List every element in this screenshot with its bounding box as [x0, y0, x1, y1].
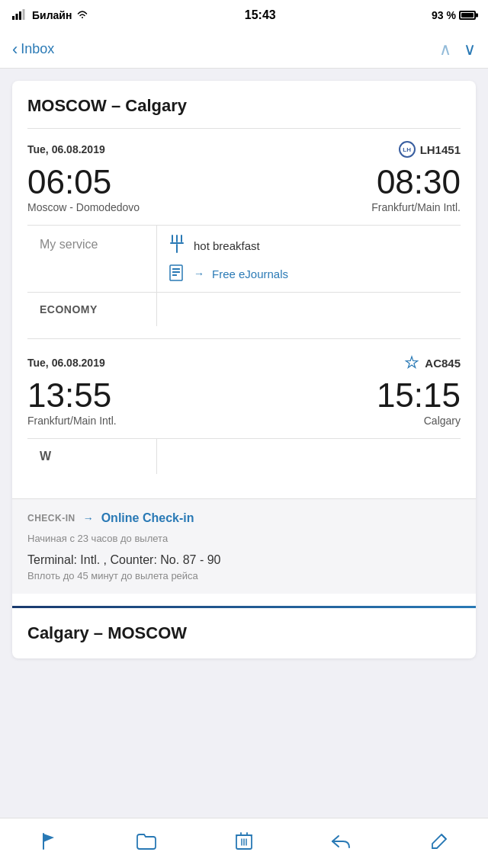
star-alliance-logo — [403, 354, 420, 371]
flight1-times-row: 06:05 Moscow - Domodedovo 08:30 Frankfur… — [27, 165, 461, 214]
flight2-times-row: 13:55 Frankfurt/Main Intl. 15:15 Calgary — [27, 379, 461, 428]
flight2-arrive-time: 15:15 — [377, 379, 461, 412]
checkin-link[interactable]: Online Check-in — [101, 511, 194, 525]
economy-label: ECONOMY — [27, 293, 157, 326]
route2-section: Calgary – MOSCOW — [12, 608, 476, 658]
checkin-note2: Вплоть до 45 минут до вылета рейса — [27, 570, 461, 581]
checkin-note1: Начиная с 23 часов до вылета — [27, 533, 461, 544]
battery-area: 93 % — [432, 9, 476, 21]
meal-item: hot breakfast — [168, 235, 450, 257]
lufthansa-logo: LH — [399, 141, 416, 158]
service-content: hot breakfast → Free eJournals — [157, 226, 461, 292]
flight1-block: Tue, 06.08.2019 LH LH1451 06:05 Moscow -… — [12, 129, 476, 326]
checkin-arrow-icon: → — [83, 512, 94, 524]
checkin-terminal: Terminal: Intl. , Counter: No. 87 - 90 — [27, 553, 461, 567]
flight2-depart: 13:55 Frankfurt/Main Intl. — [27, 379, 117, 428]
route2-title: Calgary – MOSCOW — [27, 623, 461, 643]
email-card: MOSCOW – Calgary Tue, 06.08.2019 LH LH14… — [12, 81, 476, 658]
svg-rect-5 — [176, 235, 178, 242]
back-label: Inbox — [21, 41, 54, 57]
flight1-depart: 06:05 Moscow - Domodedovo — [27, 165, 140, 214]
journal-icon — [168, 264, 186, 283]
svg-rect-4 — [172, 235, 173, 242]
svg-rect-8 — [176, 244, 178, 253]
flight1-number-area: LH LH1451 — [399, 141, 461, 158]
spacer1 — [12, 326, 476, 338]
w-label: W — [27, 439, 157, 474]
economy-row: ECONOMY — [27, 292, 461, 326]
checkin-label: CHECK-IN — [27, 513, 75, 524]
svg-rect-2 — [19, 11, 21, 20]
svg-rect-1 — [16, 14, 18, 20]
trash-button[interactable] — [227, 825, 261, 858]
flight2-block: Tue, 06.08.2019 AC845 13:55 Frankfurt/Ma… — [12, 342, 476, 474]
carrier-signal: Билайн — [12, 9, 88, 22]
journal-item: → Free eJournals — [168, 264, 450, 283]
svg-rect-0 — [12, 16, 14, 20]
content-area: MOSCOW – Calgary Tue, 06.08.2019 LH LH14… — [0, 69, 488, 818]
flag-button[interactable] — [32, 825, 66, 858]
flight2-arrive: 15:15 Calgary — [377, 379, 461, 428]
flight2-depart-time: 13:55 — [27, 379, 117, 412]
reply-button[interactable] — [325, 825, 358, 858]
flight1-number: LH1451 — [420, 143, 461, 156]
flight1-arrive-time: 08:30 — [371, 165, 461, 199]
journal-arrow-icon: → — [194, 267, 204, 280]
bottom-toolbar — [0, 818, 488, 868]
current-time: 15:43 — [245, 8, 276, 22]
folder-button[interactable] — [130, 825, 163, 858]
svg-rect-10 — [172, 268, 180, 270]
route1-title: MOSCOW – Calgary — [27, 96, 461, 116]
svg-rect-12 — [172, 274, 177, 276]
flight2-header: Tue, 06.08.2019 AC845 — [27, 354, 461, 371]
checkin-header: CHECK-IN → Online Check-in — [27, 511, 461, 525]
status-bar: Билайн 15:43 93 % — [0, 0, 488, 30]
economy-right — [157, 293, 461, 326]
svg-rect-7 — [170, 242, 184, 244]
service-row: My service hot breakfast — [27, 225, 461, 292]
meal-icon — [168, 235, 186, 257]
flight1-arrive-place: Frankfurt/Main Intl. — [371, 200, 461, 214]
w-right — [157, 439, 461, 474]
flight2-arrive-place: Calgary — [377, 414, 461, 428]
spacer2 — [12, 474, 476, 486]
journal-link[interactable]: Free eJournals — [212, 267, 288, 280]
flight1-depart-time: 06:05 — [27, 165, 140, 199]
divider-2 — [27, 338, 461, 339]
nav-arrows: ∧ ∨ — [439, 40, 476, 59]
back-chevron-icon: ‹ — [12, 41, 18, 58]
meal-text: hot breakfast — [194, 239, 260, 252]
next-message-button[interactable]: ∨ — [464, 40, 476, 59]
compose-button[interactable] — [422, 825, 456, 858]
carrier-name: Билайн — [32, 9, 72, 21]
flight2-number: AC845 — [425, 357, 461, 370]
flight2-depart-place: Frankfurt/Main Intl. — [27, 414, 117, 428]
nav-bar: ‹ Inbox ∧ ∨ — [0, 30, 488, 69]
service-label: My service — [27, 226, 157, 292]
prev-message-button[interactable]: ∧ — [439, 40, 451, 59]
flight2-number-area: AC845 — [403, 354, 461, 371]
route1-section: MOSCOW – Calgary — [12, 81, 476, 129]
battery-percent: 93 % — [432, 9, 456, 21]
battery-icon — [459, 11, 476, 20]
flight2-date: Tue, 06.08.2019 — [27, 357, 105, 369]
flight1-arrive: 08:30 Frankfurt/Main Intl. — [371, 165, 461, 214]
flight1-header: Tue, 06.08.2019 LH LH1451 — [27, 141, 461, 158]
svg-rect-11 — [172, 271, 180, 273]
wifi-icon — [76, 9, 88, 21]
checkin-section: CHECK-IN → Online Check-in Начиная с 23 … — [12, 498, 476, 594]
signal-bars — [12, 9, 27, 22]
flight1-depart-place: Moscow - Domodedovo — [27, 200, 140, 214]
flight1-date: Tue, 06.08.2019 — [27, 143, 105, 155]
svg-rect-6 — [181, 235, 182, 242]
back-button[interactable]: ‹ Inbox — [12, 41, 54, 58]
svg-rect-3 — [23, 9, 25, 20]
w-row: W — [27, 438, 461, 474]
